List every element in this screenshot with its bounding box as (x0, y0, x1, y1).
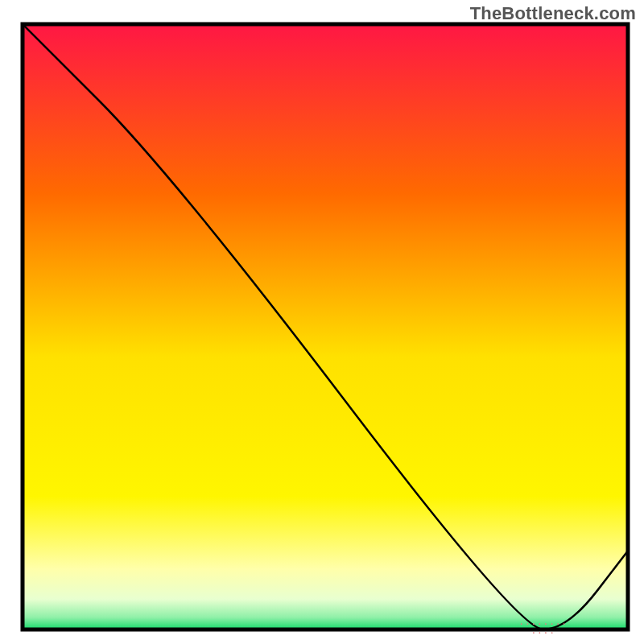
chart-svg (0, 0, 644, 644)
watermark-text: TheBottleneck.com (470, 3, 636, 24)
chart-stage: TheBottleneck.com · · · · · · · · · · · … (0, 0, 644, 644)
bottom-marker-band: · · · · · · · · · · · · (519, 620, 568, 638)
